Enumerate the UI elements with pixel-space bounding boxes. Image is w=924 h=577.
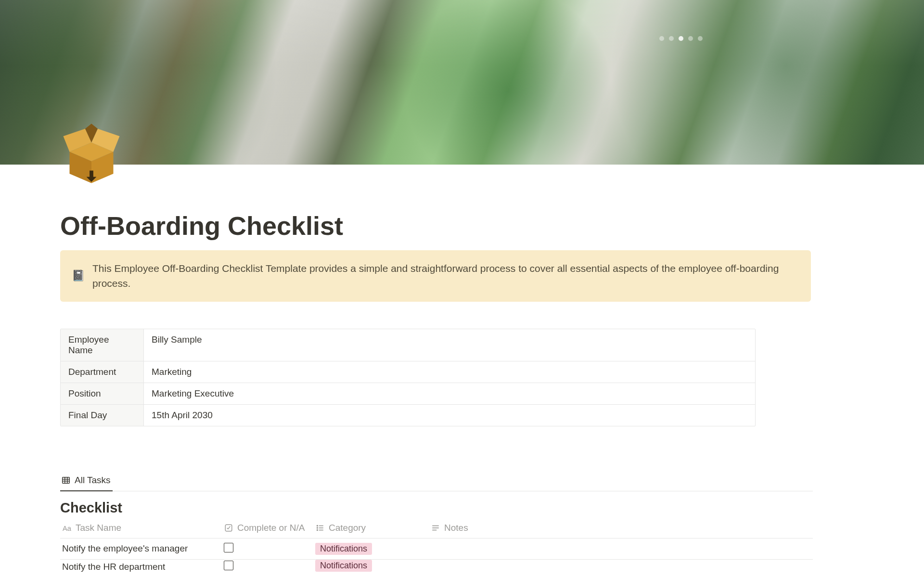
info-label: Department (61, 361, 144, 383)
tab-all-tasks[interactable]: All Tasks (60, 472, 113, 491)
table-row[interactable]: Employee Name Billy Sample (61, 329, 755, 361)
svg-rect-7 (63, 477, 70, 483)
column-header-row: Aa Task Name Complete or N/A (60, 523, 813, 539)
svg-point-18 (317, 529, 318, 530)
info-value[interactable]: Marketing (144, 361, 755, 383)
column-label: Category (329, 523, 366, 533)
database-title[interactable]: Checklist (60, 500, 837, 516)
employee-info-table[interactable]: Employee Name Billy Sample Department Ma… (60, 329, 756, 426)
svg-point-16 (317, 527, 318, 528)
view-tabs: All Tasks (60, 472, 837, 491)
text-icon (431, 523, 440, 533)
callout-block[interactable]: 📓 This Employee Off-Boarding Checklist T… (60, 250, 811, 302)
category-tag[interactable]: Notifications (315, 543, 372, 555)
column-task-name[interactable]: Aa Task Name (60, 523, 224, 533)
table-row[interactable]: Final Day 15th April 2030 (61, 405, 755, 426)
column-label: Notes (444, 523, 468, 533)
tab-underline (60, 491, 813, 491)
carousel-dots (659, 36, 703, 41)
multiselect-icon (315, 523, 325, 533)
column-complete[interactable]: Complete or N/A (224, 523, 315, 533)
table-row[interactable]: Position Marketing Executive (61, 383, 755, 405)
column-label: Complete or N/A (237, 523, 305, 533)
column-label: Task Name (76, 523, 121, 533)
page-title[interactable]: Off-Boarding Checklist (60, 165, 837, 242)
callout-text: This Employee Off-Boarding Checklist Tem… (92, 261, 799, 291)
info-label: Final Day (61, 405, 144, 426)
checkbox-unchecked[interactable] (224, 543, 233, 552)
info-value[interactable]: Marketing Executive (144, 383, 755, 404)
tab-label: All Tasks (75, 475, 111, 486)
table-row[interactable]: Notify the HR department Notifications (60, 560, 813, 574)
checkbox-unchecked[interactable] (224, 561, 233, 570)
table-row[interactable]: Department Marketing (61, 361, 755, 383)
column-category[interactable]: Category (315, 523, 431, 533)
cell-task-name[interactable]: Notify the HR department (60, 562, 224, 572)
info-value[interactable]: Billy Sample (144, 329, 755, 361)
info-value[interactable]: 15th April 2030 (144, 405, 755, 426)
checkbox-icon (224, 523, 233, 533)
category-tag[interactable]: Notifications (315, 560, 372, 572)
page-icon-box[interactable] (60, 124, 123, 186)
cell-task-name[interactable]: Notify the employee's manager (60, 543, 224, 554)
info-label: Position (61, 383, 144, 404)
title-icon: Aa (62, 523, 72, 533)
notebook-icon: 📓 (72, 269, 85, 282)
table-icon (61, 475, 71, 485)
column-notes[interactable]: Notes (431, 523, 813, 533)
table-row[interactable]: Notify the employee's manager Notificati… (60, 539, 813, 560)
open-box-icon (60, 124, 123, 186)
svg-text:Aa: Aa (63, 524, 71, 532)
svg-point-14 (317, 525, 318, 526)
info-label: Employee Name (61, 329, 144, 361)
cover-image (0, 0, 924, 165)
